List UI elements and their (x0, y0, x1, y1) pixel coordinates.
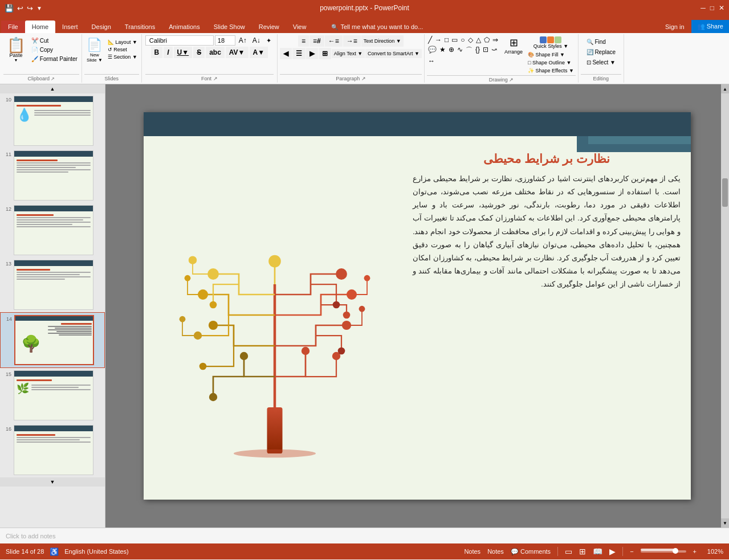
justify-btn[interactable]: ⊞ (319, 48, 331, 59)
quick-access-toolbar[interactable]: 💾 ↩ ↪ ▼ (5, 4, 42, 13)
reading-view-btn[interactable]: 📖 (593, 547, 602, 556)
shape-arrow4-icon[interactable]: ↔ (427, 56, 436, 66)
signin-btn[interactable]: Sign in (658, 21, 691, 33)
font-color-btn[interactable]: A▼ (250, 47, 268, 58)
shape-line-icon[interactable]: ╱ (427, 35, 433, 44)
slide-tree-container[interactable] (155, 146, 394, 494)
close-btn[interactable]: ✕ (719, 4, 724, 12)
slide-image-16[interactable] (14, 425, 93, 475)
underline-btn[interactable]: U▼ (174, 47, 193, 58)
strikethrough-btn[interactable]: S (193, 47, 205, 58)
slide-thumb-10[interactable]: 10 💧 (0, 93, 105, 148)
bullets-btn[interactable]: ≡ (298, 35, 309, 47)
slide-image-14[interactable]: 🌳 (14, 315, 94, 365)
font-name-selector[interactable]: Calibri (145, 35, 214, 46)
tab-home[interactable]: Home (25, 21, 55, 33)
shape-oval-icon[interactable]: ○ (459, 35, 466, 44)
shape-diamond-icon[interactable]: ◇ (467, 35, 474, 44)
shape-rect2-icon[interactable]: ▭ (450, 35, 459, 44)
shape-wave-icon[interactable]: ⌒ (465, 45, 474, 56)
slideshow-btn[interactable]: ▶ (609, 547, 616, 556)
undo-icon[interactable]: ↩ (17, 4, 23, 13)
align-left-btn[interactable]: ◀ (280, 48, 292, 59)
paste-button[interactable]: 📋 Paste ▼ (3, 36, 28, 63)
slide-panel[interactable]: ▲ 10 💧 (0, 84, 105, 528)
scroll-down-arrow[interactable]: ▼ (721, 518, 729, 528)
tab-animations[interactable]: Animations (162, 21, 206, 33)
tab-insert[interactable]: Insert (55, 21, 85, 33)
normal-view-btn[interactable]: ▭ (565, 547, 572, 556)
zoom-out-btn[interactable]: − (630, 548, 633, 555)
slide-thumb-15[interactable]: 15 🌿 (0, 368, 105, 423)
italic-btn[interactable]: I (164, 47, 172, 58)
accessibility-icon[interactable]: ♿ (50, 547, 59, 556)
save-icon[interactable]: 💾 (5, 4, 14, 13)
panel-scroll-down[interactable]: ▼ (0, 477, 105, 487)
shape-more-icon[interactable]: ⊕ (447, 45, 455, 56)
slide-text-content[interactable]: نظارت بر شرایط محیطی یکی از مهم‌ترین کار… (413, 152, 681, 291)
slide-thumb-14[interactable]: 14 🌳 (0, 312, 105, 368)
char-spacing-btn[interactable]: AV▼ (226, 47, 249, 58)
arrange-button[interactable]: ⊞ Arrange (502, 35, 525, 56)
zoom-level[interactable]: 102% (703, 548, 723, 555)
shape-fill-button[interactable]: 🎨 Shape Fill ▼ (526, 51, 576, 58)
shape-triangle-icon[interactable]: △ (475, 35, 482, 44)
maximize-btn[interactable]: □ (710, 4, 714, 12)
share-btn[interactable]: 👥 Share (691, 20, 729, 33)
increase-font-size-btn[interactable]: A↑ (237, 35, 249, 46)
slide-sorter-btn[interactable]: ⊞ (579, 547, 586, 556)
tab-view[interactable]: View (286, 21, 313, 33)
minimize-btn[interactable]: ─ (701, 4, 706, 12)
slide-thumb-13[interactable]: 13 (0, 257, 105, 312)
tab-transitions[interactable]: Transitions (118, 21, 162, 33)
slide-editing-area[interactable]: ▲ ▼ (105, 84, 729, 528)
zoom-slider[interactable] (641, 550, 686, 553)
quick-styles-button[interactable]: Quick Styles ▼ (526, 35, 576, 50)
text-direction-btn[interactable]: Text Direction ▼ (361, 35, 404, 47)
find-button[interactable]: 🔍 Find (584, 38, 618, 46)
shape-brace-icon[interactable]: {} (474, 45, 481, 56)
shape-arrow3-icon[interactable]: ⤻ (490, 45, 498, 56)
new-slide-button[interactable]: 📄 New Slide ▼ (84, 36, 105, 64)
language-indicator[interactable]: English (United States) (64, 548, 129, 555)
slide-image-12[interactable] (14, 205, 93, 255)
format-painter-button[interactable]: 🖌️ Format Painter (30, 55, 79, 63)
shape-curve-icon[interactable]: ∿ (456, 45, 464, 56)
tab-design[interactable]: Design (85, 21, 118, 33)
shape-effects-button[interactable]: ✨ Shape Effects ▼ (526, 67, 576, 74)
zoom-in-btn[interactable]: + (693, 548, 697, 555)
slide-image-10[interactable]: 💧 (14, 96, 93, 146)
notes-btn[interactable]: Notes (464, 548, 480, 555)
layout-button[interactable]: 📐 Layout ▼ (106, 39, 139, 46)
section-button[interactable]: ☰ Section ▼ (106, 54, 139, 60)
slide-title-text[interactable]: نظارت بر شرایط محیطی (413, 152, 681, 166)
font-size-selector[interactable]: 18 (215, 35, 235, 46)
slide-thumb-16[interactable]: 16 (0, 423, 105, 477)
text-shadow-btn[interactable]: abc (206, 47, 225, 58)
slide-image-11[interactable] (14, 150, 93, 201)
slide-image-15[interactable]: 🌿 (14, 370, 93, 420)
notes-placeholder[interactable]: Click to add notes (6, 533, 55, 539)
bold-btn[interactable]: B (151, 47, 163, 58)
dropdown-icon[interactable]: ▼ (36, 5, 42, 11)
shape-rect-icon[interactable]: □ (443, 35, 450, 44)
shape-custom-icon[interactable]: ⊡ (482, 45, 490, 56)
decrease-indent-btn[interactable]: ←≡ (325, 35, 343, 47)
tab-file[interactable]: File (1, 21, 25, 33)
scroll-up-arrow[interactable]: ▲ (721, 84, 729, 93)
tab-slideshow[interactable]: Slide Show (207, 21, 252, 33)
shape-star-icon[interactable]: ★ (438, 45, 447, 56)
decrease-font-size-btn[interactable]: A↓ (250, 35, 263, 46)
comments-btn[interactable]: 💬 Comments (511, 548, 551, 555)
copy-button[interactable]: 📄 Copy (30, 46, 79, 54)
scroll-thumb[interactable] (722, 178, 728, 207)
redo-icon[interactable]: ↪ (27, 4, 33, 13)
slide-body-text[interactable]: یکی از مهم‌ترین کاربردهای اینترنت اشیا د… (413, 173, 681, 291)
slide-image-13[interactable] (14, 260, 93, 310)
align-center-btn[interactable]: ☰ (292, 48, 306, 59)
shape-arrow2-icon[interactable]: ⇒ (491, 35, 499, 44)
shape-arrow-icon[interactable]: → (434, 35, 443, 44)
vertical-scrollbar[interactable]: ▲ ▼ (721, 84, 729, 528)
smartart-btn[interactable]: Convert to SmartArt ▼ (365, 49, 422, 58)
numbering-btn[interactable]: ≡# (309, 35, 324, 47)
